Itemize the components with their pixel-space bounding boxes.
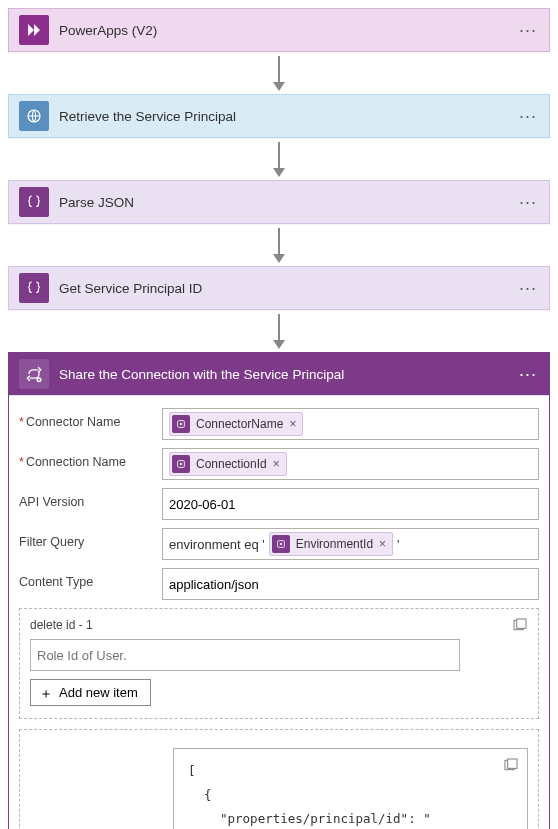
variable-icon (172, 455, 190, 473)
token-remove-button[interactable]: × (273, 457, 280, 471)
step-menu-button[interactable]: ··· (517, 17, 539, 43)
step-menu-button[interactable]: ··· (517, 189, 539, 215)
code-line: "properties/principal/id": " Outputs × "… (188, 807, 517, 830)
add-new-item-label: Add new item (59, 685, 138, 700)
switch-array-icon[interactable] (503, 757, 519, 773)
step-parse-json[interactable]: Parse JSON ··· (8, 180, 550, 224)
flow-arrow (8, 224, 550, 266)
token-environment-id[interactable]: EnvironmentId × (269, 532, 393, 556)
token-remove-button[interactable]: × (379, 537, 386, 551)
step-get-principal-id[interactable]: Get Service Principal ID ··· (8, 266, 550, 310)
label-put: put (30, 748, 165, 829)
variable-icon (272, 535, 290, 553)
globe-icon (19, 101, 49, 131)
plus-icon: ＋ (39, 686, 53, 700)
step-title: Retrieve the Service Principal (59, 109, 507, 124)
step-share-connection: Share the Connection with the Service Pr… (8, 352, 550, 829)
step-menu-button[interactable]: ··· (517, 361, 539, 387)
add-new-item-button[interactable]: ＋ Add new item (30, 679, 151, 706)
svg-point-2 (38, 379, 40, 381)
step-title: Share the Connection with the Service Pr… (59, 367, 507, 382)
code-line: [ (188, 759, 517, 783)
input-connector-name[interactable]: ConnectorName × (162, 408, 539, 440)
token-label: EnvironmentId (296, 537, 373, 551)
connector-icon (19, 359, 49, 389)
label-api-version: API Version (19, 488, 154, 509)
braces-icon (19, 187, 49, 217)
delete-id-section: delete id - 1 ＋ Add new item (19, 608, 539, 719)
filter-query-suffix: ' (397, 537, 399, 552)
token-connection-id[interactable]: ConnectionId × (169, 452, 287, 476)
step-menu-button[interactable]: ··· (517, 103, 539, 129)
code-line: { (188, 783, 517, 807)
token-label: ConnectionId (196, 457, 267, 471)
step-menu-button[interactable]: ··· (517, 275, 539, 301)
input-filter-query[interactable]: environment eq ' EnvironmentId × ' (162, 528, 539, 560)
delete-id-heading: delete id - 1 (30, 618, 93, 632)
input-role-id[interactable] (30, 639, 460, 671)
braces-icon (19, 273, 49, 303)
put-section: put [ { "properties/principal/id": " Out… (19, 729, 539, 829)
switch-array-icon[interactable] (512, 617, 528, 633)
variable-icon (172, 415, 190, 433)
svg-rect-7 (517, 619, 526, 628)
input-connection-name[interactable]: ConnectionId × (162, 448, 539, 480)
input-content-type[interactable] (162, 568, 539, 600)
step-title: Parse JSON (59, 195, 507, 210)
step-share-connection-header[interactable]: Share the Connection with the Service Pr… (9, 353, 549, 395)
powerapps-icon (19, 15, 49, 45)
label-filter-query: Filter Query (19, 528, 154, 549)
token-remove-button[interactable]: × (289, 417, 296, 431)
input-api-version[interactable] (162, 488, 539, 520)
flow-arrow (8, 310, 550, 352)
token-connector-name[interactable]: ConnectorName × (169, 412, 303, 436)
step-title: Get Service Principal ID (59, 281, 507, 296)
token-label: ConnectorName (196, 417, 283, 431)
svg-rect-9 (508, 759, 517, 768)
label-connector-name: *Connector Name (19, 408, 154, 429)
step-retrieve-principal[interactable]: Retrieve the Service Principal ··· (8, 94, 550, 138)
flow-arrow (8, 138, 550, 180)
step-powerapps[interactable]: PowerApps (V2) ··· (8, 8, 550, 52)
input-put-body[interactable]: [ { "properties/principal/id": " Outputs… (173, 748, 528, 829)
filter-query-prefix: environment eq ' (169, 537, 265, 552)
label-content-type: Content Type (19, 568, 154, 589)
flow-arrow (8, 52, 550, 94)
step-title: PowerApps (V2) (59, 23, 507, 38)
label-connection-name: *Connection Name (19, 448, 154, 469)
